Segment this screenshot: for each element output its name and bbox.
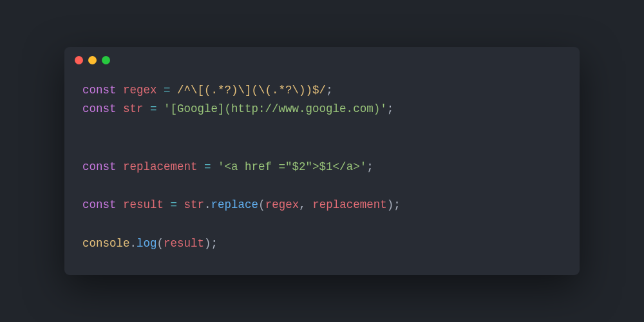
token-op: ( — [258, 198, 265, 211]
token-kw: const — [82, 160, 123, 173]
token-op: ; — [326, 84, 333, 97]
code-line: const replacement = '<a href ="$2">$1</a… — [82, 158, 562, 177]
token-var: result — [123, 198, 164, 211]
token-rgx: /^\[(.*?)\](\(.*?\))$/ — [177, 84, 326, 97]
token-var: replacement — [312, 198, 387, 211]
token-kw: const — [82, 102, 123, 115]
token-op — [171, 84, 178, 97]
token-op — [211, 160, 218, 173]
token-op: ); — [387, 198, 401, 211]
close-icon[interactable] — [75, 56, 83, 64]
code-line: console.log(result); — [82, 234, 562, 254]
zoom-icon[interactable] — [102, 56, 110, 64]
token-op — [157, 84, 164, 97]
code-line: const str = '[Google](http://www.google.… — [82, 100, 562, 119]
token-op: ( — [157, 237, 164, 250]
window-titlebar — [64, 47, 580, 64]
token-var: regex — [123, 84, 157, 97]
token-op — [198, 160, 205, 173]
code-line — [82, 138, 562, 158]
token-op2: = — [164, 84, 171, 97]
token-op: ; — [387, 102, 394, 115]
token-op — [157, 102, 164, 115]
token-op — [144, 102, 151, 115]
token-var: result — [164, 237, 204, 250]
token-str: '<a href ="$2">$1</a>' — [218, 160, 366, 173]
token-var: str — [184, 198, 205, 211]
code-block: const regex = /^\[(.*?)\](\(.*?\))$/;con… — [64, 64, 580, 276]
token-op2: = — [171, 198, 178, 211]
code-line: const result = str.replace(regex, replac… — [82, 196, 562, 215]
token-op: ); — [204, 237, 218, 250]
token-fn: replace — [211, 198, 259, 211]
token-str: '[Google](http://www.google.com)' — [164, 102, 387, 115]
token-var: str — [123, 102, 144, 115]
minimize-icon[interactable] — [88, 56, 97, 64]
code-line — [82, 176, 562, 196]
token-op2: = — [150, 102, 157, 115]
code-window: const regex = /^\[(.*?)\](\(.*?\))$/;con… — [64, 47, 580, 276]
token-kw: const — [82, 198, 123, 211]
token-op — [164, 198, 171, 211]
token-fn: log — [137, 237, 157, 250]
code-line — [82, 119, 562, 138]
token-obj: console — [82, 237, 130, 250]
code-line — [82, 215, 562, 234]
token-var: regex — [265, 198, 299, 211]
code-line: const regex = /^\[(.*?)\](\(.*?\))$/; — [82, 81, 562, 100]
token-op2: = — [204, 160, 211, 173]
token-op: ; — [366, 160, 374, 173]
token-var: replacement — [123, 160, 198, 173]
token-op: . — [204, 198, 211, 211]
token-kw: const — [82, 84, 123, 97]
token-op — [177, 198, 184, 211]
token-op: , — [299, 198, 312, 211]
token-op: . — [130, 237, 137, 250]
